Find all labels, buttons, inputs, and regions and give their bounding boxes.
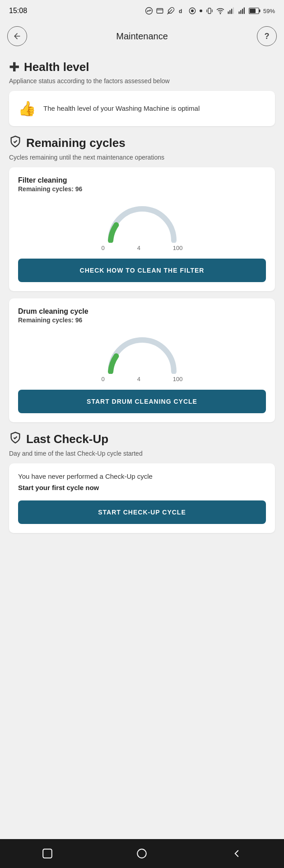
remaining-cycles-section-header: Remaining cycles	[9, 135, 275, 151]
svg-rect-18	[259, 9, 261, 12]
status-time: 15:08	[9, 7, 27, 15]
page-title: Maintenance	[116, 31, 168, 42]
svg-rect-1	[157, 9, 163, 14]
drum-card-title: Drum cleaning cycle	[18, 307, 266, 316]
filter-gauge	[102, 200, 183, 243]
svg-rect-20	[43, 849, 52, 858]
drum-card-subtitle: Remaining cycles: 96	[18, 316, 266, 324]
filter-gauge-svg	[102, 200, 183, 243]
tabs-icon	[156, 7, 164, 15]
filter-gauge-min: 0	[102, 245, 105, 251]
remaining-cycles-subtitle: Cycles remaining until the next maintena…	[9, 154, 275, 161]
svg-rect-13	[238, 12, 239, 14]
filter-gauge-labels: 0 4 100	[102, 245, 183, 251]
svg-text:d: d	[179, 8, 182, 14]
checkup-card: You have never performed a Check-Up cycl…	[9, 463, 275, 533]
circle-nav-icon	[136, 848, 148, 859]
svg-rect-12	[233, 8, 234, 14]
checkup-start-button[interactable]: START CHECK-UP CYCLE	[18, 500, 266, 524]
health-section-subtitle: Appliance status according to the factor…	[9, 77, 275, 85]
vibrate-icon	[205, 7, 214, 15]
shield-icon-cycles	[9, 135, 22, 151]
drum-gauge-max: 100	[173, 376, 183, 382]
drum-gauge-container: 0 4 100	[18, 331, 266, 382]
svg-rect-15	[242, 9, 243, 14]
nav-back-chevron-button[interactable]	[231, 848, 242, 859]
feather-icon	[167, 7, 175, 15]
checkup-section-title: Last Check-Up	[26, 432, 108, 446]
drum-gauge	[102, 331, 183, 374]
back-arrow-icon	[13, 32, 22, 41]
signal2-icon	[238, 7, 246, 15]
checkup-card-text: You have never performed a Check-Up cycl…	[18, 472, 266, 480]
square-nav-icon	[42, 848, 53, 859]
filter-card-count: 96	[75, 185, 83, 193]
svg-rect-11	[231, 9, 232, 14]
drum-gauge-svg	[102, 331, 183, 374]
chevron-left-nav-icon	[231, 848, 242, 859]
drum-gauge-min: 0	[102, 376, 105, 382]
d-icon: d	[177, 7, 186, 15]
circle-app-icon	[188, 7, 196, 15]
drum-gauge-mid: 4	[137, 376, 140, 382]
filter-gauge-container: 0 4 100	[18, 200, 266, 251]
shield-check-icon	[9, 135, 22, 148]
health-card: 👍 The health level of your Washing Machi…	[9, 91, 275, 126]
svg-rect-16	[244, 8, 245, 14]
health-section-header: ✚ Health level	[9, 60, 275, 75]
drum-gauge-labels: 0 4 100	[102, 376, 183, 382]
svg-rect-9	[228, 12, 228, 14]
filter-card-subtitle: Remaining cycles: 96	[18, 185, 266, 193]
filter-gauge-max: 100	[173, 245, 183, 251]
battery-percent: 59%	[263, 8, 275, 14]
svg-point-21	[138, 849, 147, 858]
svg-rect-7	[208, 8, 211, 14]
back-button[interactable]	[7, 26, 27, 46]
thumbs-up-icon: 👍	[18, 100, 36, 117]
svg-point-5	[191, 9, 194, 12]
svg-rect-19	[250, 9, 256, 13]
drum-cleaning-card: Drum cleaning cycle Remaining cycles: 96…	[9, 298, 275, 422]
svg-point-8	[220, 13, 221, 14]
drum-clean-button[interactable]: START DRUM CLEANING CYCLE	[18, 390, 266, 413]
nav-circle-button[interactable]	[136, 848, 148, 859]
filter-cleaning-card: Filter cleaning Remaining cycles: 96 0 4…	[9, 167, 275, 291]
filter-clean-button[interactable]: CHECK HOW TO CLEAN THE FILTER	[18, 259, 266, 282]
nav-square-button[interactable]	[42, 848, 53, 859]
filter-card-title: Filter cleaning	[18, 176, 266, 184]
filter-gauge-mid: 4	[137, 245, 140, 251]
remaining-cycles-title: Remaining cycles	[26, 136, 126, 150]
signal-icon	[227, 7, 235, 15]
checkup-section-subtitle: Day and time of the last Check-Up cycle …	[9, 450, 275, 457]
wifi-icon	[216, 7, 224, 15]
health-card-text: The health level of your Washing Machine…	[43, 104, 200, 114]
health-cross-icon: ✚	[9, 60, 19, 75]
health-section-title: Health level	[24, 60, 89, 74]
main-content: ✚ Health level Appliance status accordin…	[0, 51, 284, 839]
messenger-icon	[145, 7, 153, 15]
svg-rect-10	[229, 10, 230, 14]
status-icons: d 59%	[145, 7, 275, 15]
status-bar: 15:08 d 59%	[0, 0, 284, 22]
svg-rect-14	[240, 10, 241, 14]
help-icon: ?	[265, 32, 270, 41]
shield-check2-icon	[9, 431, 22, 444]
bottom-nav-bar	[0, 839, 284, 868]
checkup-section-header: Last Check-Up	[9, 431, 275, 447]
battery-icon	[249, 7, 261, 15]
shield-icon-checkup	[9, 431, 22, 447]
drum-card-count: 96	[75, 316, 83, 324]
dot-icon	[199, 9, 203, 13]
checkup-card-cta: Start your first cycle now	[18, 484, 266, 491]
top-nav: Maintenance ?	[0, 22, 284, 51]
svg-point-6	[200, 9, 202, 12]
help-button[interactable]: ?	[257, 26, 277, 46]
